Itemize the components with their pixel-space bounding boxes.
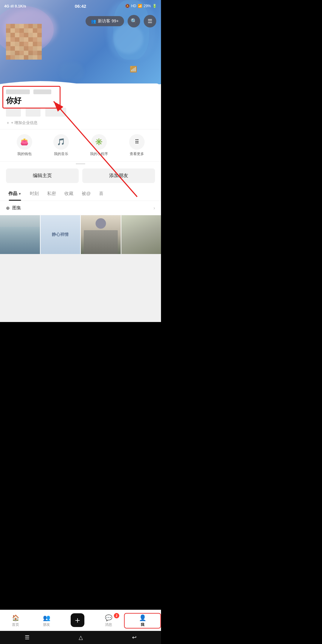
hd-label: HD: [131, 4, 136, 8]
profile-info: 你好 ＋ + 增加企业信息: [0, 83, 161, 129]
wallet-icon-item[interactable]: 👛 我的钱包: [17, 134, 32, 157]
music-icon: 🎵: [57, 138, 65, 146]
tab-moments[interactable]: 时刻: [26, 187, 42, 201]
search-button[interactable]: 🔍: [128, 15, 140, 27]
signal-info: 4G ıll 0.1K/s: [4, 4, 26, 8]
wallet-circle: 👛: [17, 134, 32, 150]
tab-mentioned[interactable]: 被@: [78, 187, 94, 201]
stat-blurred-2: [26, 108, 41, 117]
stat-blurred-3: [45, 108, 66, 117]
drag-indicator: [76, 163, 85, 164]
collection-label: 图集: [12, 205, 21, 211]
miniprogram-circle: ✳️: [91, 134, 107, 150]
visitors-button[interactable]: 👥 新访客 99+: [86, 16, 124, 26]
stat-blurred-1: [6, 108, 21, 117]
blurred-block-1: [6, 89, 30, 94]
chevron-right-icon: ›: [154, 205, 155, 211]
more-label: 查看更多: [130, 151, 144, 157]
hero-background: 📶 4G ıll 0.1K/s 06:42 🔕 HD 📶 29% 🔋 �: [0, 0, 161, 89]
activity-icon: 📶: [130, 66, 137, 73]
hero-section: 📶 4G ıll 0.1K/s 06:42 🔕 HD 📶 29% 🔋 �: [0, 0, 161, 89]
menu-icon: ☰: [148, 18, 152, 24]
image-tile-2[interactable]: 静心祥情: [41, 215, 80, 254]
tab-arrow: ▼: [17, 192, 21, 196]
image-grid: 静心祥情: [0, 215, 161, 254]
blurred-name-row: [6, 89, 155, 94]
tab-favorites[interactable]: 收藏: [61, 187, 77, 201]
more-icon-item[interactable]: ⠿ 查看更多: [129, 134, 145, 157]
action-buttons-row: 编辑主页 添加朋友: [0, 165, 161, 187]
system-icons: 🔕 HD 📶 29% 🔋: [125, 4, 157, 8]
tab-works[interactable]: 作品 ▼: [5, 187, 25, 201]
quick-icons-row: 👛 我的钱包 🎵 我的音乐 ✳️ 我的小程序: [0, 129, 161, 162]
add-friend-button[interactable]: 添加朋友: [82, 168, 155, 183]
more-circle: ⠿: [129, 134, 145, 150]
edit-homepage-button[interactable]: 编辑主页: [6, 168, 79, 183]
wallet-icon: 👛: [20, 138, 28, 146]
miniprogram-icon: ✳️: [95, 138, 103, 146]
tabs-row: 作品 ▼ 时刻 私密 收藏 被@ 喜: [0, 187, 161, 201]
tab-private[interactable]: 私密: [44, 187, 60, 201]
miniprogram-icon-item[interactable]: ✳️ 我的小程序: [90, 134, 108, 157]
status-bar: 4G ıll 0.1K/s 06:42 🔕 HD 📶 29% 🔋: [0, 0, 161, 12]
visitors-label: 新访客 99+: [98, 18, 119, 24]
image-text-content: 静心祥情: [51, 231, 70, 239]
more-icon: ⠿: [135, 138, 139, 145]
layers-icon: ⊕: [6, 205, 10, 211]
music-label: 我的音乐: [54, 151, 68, 157]
add-company-label: + 增加企业信息: [11, 120, 38, 126]
time-display: 06:42: [75, 4, 86, 9]
menu-button[interactable]: ☰: [144, 15, 156, 27]
add-icon: ＋: [6, 120, 10, 126]
wifi-icon: 📶: [138, 4, 142, 8]
collection-left: ⊕ 图集: [6, 205, 21, 211]
top-actions: 👥 新访客 99+ 🔍 ☰: [0, 15, 161, 27]
image-tile-3[interactable]: [81, 215, 121, 254]
alarm-icon: 🔕: [125, 4, 130, 8]
stats-row: [6, 108, 155, 117]
music-icon-item[interactable]: 🎵 我的音乐: [53, 134, 69, 157]
battery-percent: 29%: [144, 4, 151, 8]
tab-liked[interactable]: 喜: [95, 187, 107, 201]
greeting-text: 你好: [6, 95, 155, 106]
profile-card: 你好 ＋ + 增加企业信息: [0, 83, 161, 254]
annotation-container: 你好 ＋ + 增加企业信息: [0, 83, 161, 129]
search-icon: 🔍: [131, 18, 137, 24]
image-tile-1[interactable]: [0, 215, 40, 254]
collection-row[interactable]: ⊕ 图集 ›: [0, 201, 161, 215]
battery-icon: 🔋: [152, 4, 157, 8]
image-tile-4[interactable]: [121, 215, 161, 254]
miniprogram-label: 我的小程序: [90, 151, 108, 157]
wallet-label: 我的钱包: [17, 151, 32, 157]
music-circle: 🎵: [53, 134, 69, 150]
blurred-block-2: [33, 89, 51, 94]
visitors-icon: 👥: [91, 19, 96, 24]
avatar: [6, 24, 42, 60]
main-content: 你好 ＋ + 增加企业信息: [0, 83, 161, 296]
add-company[interactable]: ＋ + 增加企业信息: [6, 119, 155, 129]
